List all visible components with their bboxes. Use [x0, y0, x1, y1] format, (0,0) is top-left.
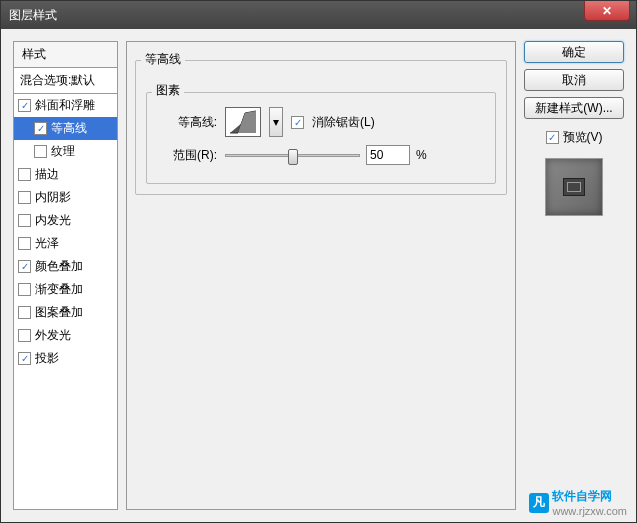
styles-header: 样式 [13, 41, 118, 68]
watermark-url: www.rjzxw.com [552, 505, 627, 517]
contour-label: 等高线: [157, 114, 217, 131]
watermark: 凡 软件自学网 www.rjzxw.com [529, 488, 627, 517]
antialias-checkbox[interactable] [291, 116, 304, 129]
style-checkbox[interactable] [18, 283, 31, 296]
style-item[interactable]: 等高线 [14, 117, 117, 140]
contour-curve-icon [228, 109, 258, 135]
close-button[interactable]: ✕ [584, 1, 630, 21]
style-item[interactable]: 外发光 [14, 324, 117, 347]
style-checkbox[interactable] [18, 329, 31, 342]
style-item[interactable]: 纹理 [14, 140, 117, 163]
style-checkbox[interactable] [18, 99, 31, 112]
watermark-logo-icon: 凡 [529, 493, 549, 513]
style-item-label: 光泽 [35, 235, 59, 252]
preview-checkbox[interactable] [546, 131, 559, 144]
style-item-label: 纹理 [51, 143, 75, 160]
style-checkbox[interactable] [34, 145, 47, 158]
style-item[interactable]: 内发光 [14, 209, 117, 232]
style-item-label: 内阴影 [35, 189, 71, 206]
style-checkbox[interactable] [18, 191, 31, 204]
style-item-label: 图案叠加 [35, 304, 83, 321]
group-contour-label: 等高线 [141, 51, 185, 68]
titlebar: 图层样式 ✕ [1, 1, 636, 29]
style-checkbox[interactable] [18, 237, 31, 250]
chevron-down-icon: ▾ [273, 115, 279, 129]
contour-picker[interactable] [225, 107, 261, 137]
window-title: 图层样式 [9, 7, 57, 24]
style-checkbox[interactable] [18, 352, 31, 365]
style-item-label: 外发光 [35, 327, 71, 344]
range-slider[interactable] [225, 154, 360, 157]
antialias-label: 消除锯齿(L) [312, 114, 375, 131]
style-checkbox[interactable] [18, 214, 31, 227]
style-item-label: 描边 [35, 166, 59, 183]
slider-thumb[interactable] [288, 149, 298, 165]
style-item-label: 斜面和浮雕 [35, 97, 95, 114]
close-icon: ✕ [602, 4, 612, 18]
settings-panel: 等高线 图素 等高线: [126, 41, 516, 510]
preview-label: 预览(V) [563, 129, 603, 146]
style-item-label: 渐变叠加 [35, 281, 83, 298]
style-checkbox[interactable] [18, 260, 31, 273]
style-item[interactable]: 描边 [14, 163, 117, 186]
preview-icon [563, 178, 585, 196]
styles-panel: 样式 混合选项:默认 斜面和浮雕等高线纹理描边内阴影内发光光泽颜色叠加渐变叠加图… [13, 41, 118, 510]
titlebar-buttons: ✕ [584, 1, 636, 29]
watermark-brand: 软件自学网 [552, 488, 627, 505]
style-item-label: 投影 [35, 350, 59, 367]
style-checkbox[interactable] [34, 122, 47, 135]
range-unit: % [416, 148, 427, 162]
cancel-button[interactable]: 取消 [524, 69, 624, 91]
style-checkbox[interactable] [18, 168, 31, 181]
style-item-label: 内发光 [35, 212, 71, 229]
contour-dropdown[interactable]: ▾ [269, 107, 283, 137]
elements-label: 图素 [152, 82, 184, 99]
preview-thumbnail [545, 158, 603, 216]
blending-options[interactable]: 混合选项:默认 [13, 68, 118, 94]
style-item[interactable]: 光泽 [14, 232, 117, 255]
style-item[interactable]: 颜色叠加 [14, 255, 117, 278]
new-style-button[interactable]: 新建样式(W)... [524, 97, 624, 119]
range-label: 范围(R): [157, 147, 217, 164]
style-item-label: 等高线 [51, 120, 87, 137]
ok-button[interactable]: 确定 [524, 41, 624, 63]
style-item[interactable]: 渐变叠加 [14, 278, 117, 301]
layer-style-dialog: 图层样式 ✕ 样式 混合选项:默认 斜面和浮雕等高线纹理描边内阴影内发光光泽颜色… [0, 0, 637, 523]
action-panel: 确定 取消 新建样式(W)... 预览(V) [524, 41, 624, 510]
style-item[interactable]: 投影 [14, 347, 117, 370]
style-item[interactable]: 内阴影 [14, 186, 117, 209]
range-input[interactable] [366, 145, 410, 165]
style-list: 斜面和浮雕等高线纹理描边内阴影内发光光泽颜色叠加渐变叠加图案叠加外发光投影 [13, 94, 118, 510]
style-item-label: 颜色叠加 [35, 258, 83, 275]
style-item[interactable]: 斜面和浮雕 [14, 94, 117, 117]
dialog-content: 样式 混合选项:默认 斜面和浮雕等高线纹理描边内阴影内发光光泽颜色叠加渐变叠加图… [1, 29, 636, 522]
style-item[interactable]: 图案叠加 [14, 301, 117, 324]
style-checkbox[interactable] [18, 306, 31, 319]
